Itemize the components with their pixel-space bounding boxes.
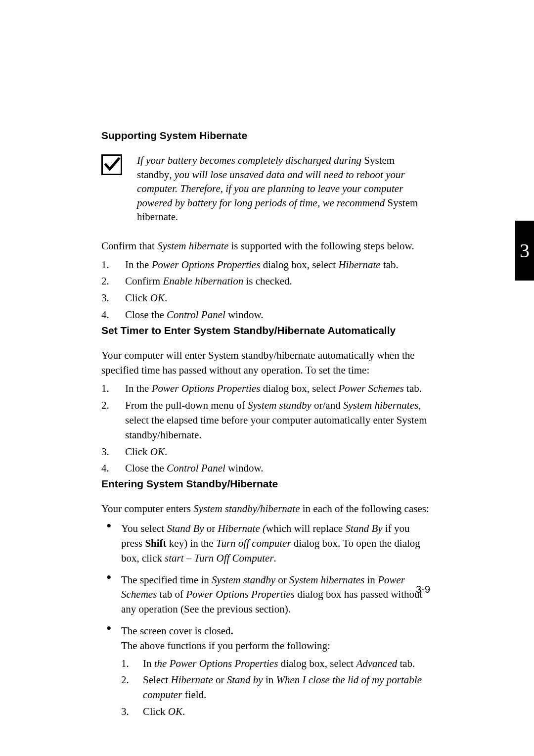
entering-substeps: In the Power Options Properties dialog b… (121, 657, 430, 719)
list-item: The screen cover is closed. The above fu… (101, 624, 430, 719)
confirm-intro: Confirm that System hibernate is support… (101, 239, 430, 254)
list-item: Close the Control Panel window. (101, 308, 430, 323)
list-item: Click OK. (121, 705, 430, 719)
confirm-steps: In the Power Options Properties dialog b… (101, 258, 430, 323)
list-item: Click OK. (101, 291, 430, 306)
chapter-tab: 3 (515, 221, 534, 281)
list-item: Confirm Enable hibernation is checked. (101, 274, 430, 289)
chapter-number: 3 (520, 239, 530, 262)
list-item: Click OK. (101, 445, 430, 460)
section-heading-timer: Set Timer to Enter System Standby/Hibern… (101, 325, 430, 336)
list-item: Select Hibernate or Stand by in When I c… (121, 673, 430, 703)
page-number: 3-9 (416, 584, 430, 595)
list-item: In the Power Options Properties dialog b… (101, 381, 430, 396)
note-text: If your battery becomes completely disch… (137, 153, 430, 224)
list-item: From the pull-down menu of System standb… (101, 398, 430, 442)
check-icon (101, 154, 122, 175)
manual-page: 3 Supporting System Hibernate If your ba… (0, 0, 534, 756)
section-heading-supporting: Supporting System Hibernate (101, 130, 430, 142)
list-item: Close the Control Panel window. (101, 461, 430, 476)
list-item: You select Stand By or Hibernate (which … (101, 521, 430, 566)
note-block: If your battery becomes completely disch… (101, 153, 430, 224)
entering-intro: Your computer enters System standby/hibe… (101, 502, 430, 517)
timer-steps: In the Power Options Properties dialog b… (101, 381, 430, 476)
timer-intro: Your computer will enter System standby/… (101, 348, 430, 378)
list-item: In the Power Options Properties dialog b… (101, 258, 430, 273)
section-heading-entering: Entering System Standby/Hibernate (101, 478, 430, 490)
list-item: In the Power Options Properties dialog b… (121, 657, 430, 671)
entering-cases: You select Stand By or Hibernate (which … (101, 521, 430, 719)
list-item: The specified time in System standby or … (101, 573, 430, 617)
